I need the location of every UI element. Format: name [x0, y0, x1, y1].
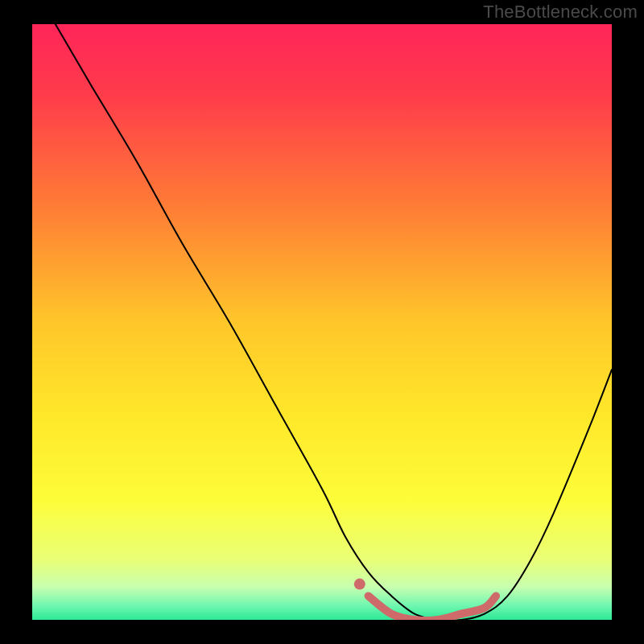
gradient-background [32, 24, 612, 620]
plot-area [32, 24, 612, 620]
chart-frame: TheBottleneck.com [0, 0, 644, 644]
point-recommended-point [354, 579, 365, 590]
watermark-text: TheBottleneck.com [483, 2, 638, 23]
bottleneck-chart-svg [32, 24, 612, 620]
